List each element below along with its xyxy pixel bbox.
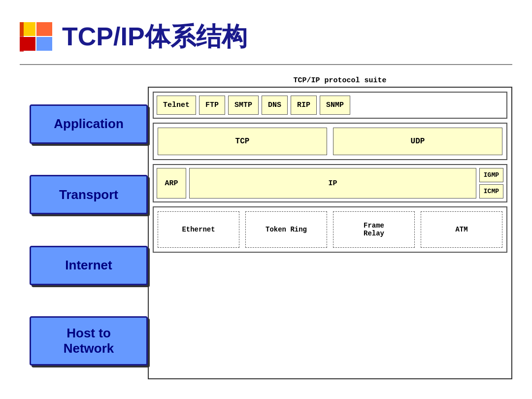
proto-rip: RIP — [291, 96, 317, 115]
title-cn: 体系结构 — [145, 22, 247, 51]
proto-snmp: SNMP — [320, 96, 350, 115]
header-divider — [20, 64, 512, 65]
proto-telnet: Telnet — [157, 96, 196, 115]
igmp-icmp-group: IGMP ICMP — [479, 168, 503, 199]
proto-frame-relay: Frame Relay — [333, 211, 415, 248]
protocol-suite-box: Telnet FTP SMTP DNS RIP SNMP TCP UDP ARP… — [148, 87, 512, 379]
svg-rect-1 — [36, 22, 52, 36]
network-row: Ethernet Token Ring Frame Relay ATM — [153, 206, 507, 253]
protocol-suite-label: TCP/IP protocol suite — [167, 76, 512, 85]
internet-row: ARP IP IGMP ICMP — [153, 164, 507, 202]
logo-icon — [20, 22, 54, 52]
proto-ip: IP — [189, 168, 476, 199]
svg-rect-3 — [36, 37, 52, 51]
proto-ethernet: Ethernet — [158, 211, 239, 248]
svg-rect-4 — [20, 22, 24, 52]
layer-application: Application — [30, 104, 148, 144]
proto-udp: UDP — [333, 128, 502, 155]
proto-smtp: SMTP — [228, 96, 259, 115]
application-row: Telnet FTP SMTP DNS RIP SNMP — [153, 92, 507, 119]
main-content: TCP/IP protocol suite Application Transp… — [30, 76, 512, 379]
layer-transport: Transport — [30, 175, 148, 214]
layers-column: Application Transport Internet Host to N… — [30, 87, 148, 379]
proto-tcp: TCP — [158, 128, 327, 155]
layer-application-label: Application — [54, 116, 124, 132]
proto-arp: ARP — [157, 168, 186, 199]
layer-host-to-network-label: Host to Network — [64, 326, 114, 356]
proto-atm: ATM — [421, 211, 502, 248]
proto-token-ring: Token Ring — [245, 211, 327, 248]
diagram: Application Transport Internet Host to N… — [30, 87, 512, 379]
layer-internet: Internet — [30, 246, 148, 285]
page-title: TCP/IP体系结构 — [62, 20, 247, 54]
title-en: TCP/IP — [62, 22, 145, 51]
layer-transport-label: Transport — [59, 187, 118, 202]
header: TCP/IP体系结构 — [20, 20, 247, 54]
layer-host-to-network: Host to Network — [30, 316, 148, 366]
proto-dns: DNS — [262, 96, 288, 115]
protocol-suite-inner: Telnet FTP SMTP DNS RIP SNMP TCP UDP ARP… — [149, 88, 511, 378]
proto-icmp: ICMP — [479, 184, 503, 199]
layer-internet-label: Internet — [65, 258, 112, 273]
transport-row: TCP UDP — [153, 123, 507, 160]
proto-igmp: IGMP — [479, 168, 503, 182]
proto-ftp: FTP — [199, 96, 225, 115]
